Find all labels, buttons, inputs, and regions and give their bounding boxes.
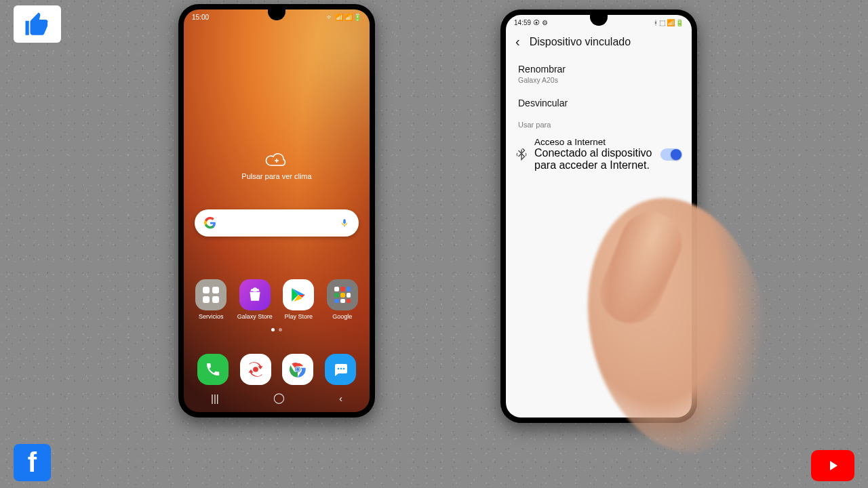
svg-rect-9 [347,287,351,291]
youtube-play-icon [825,458,841,474]
svg-rect-13 [334,299,339,303]
svg-rect-15 [347,299,351,303]
chrome-icon[interactable] [282,354,313,385]
settings-list: Renombrar Galaxy A20s Desvincular Usar p… [506,57,692,177]
status-time: 15:00 [192,14,209,21]
unpair-item[interactable]: Desvincular [506,91,692,115]
weather-label: Pulsar para ver clima [184,172,370,180]
unpair-label: Desvincular [518,98,679,108]
svg-rect-14 [340,299,345,303]
svg-rect-2 [203,287,210,293]
bluetooth-tether-icon [515,148,528,161]
app-label: Servicios [199,313,224,320]
svg-rect-11 [340,293,345,298]
app-label: Google [332,313,352,320]
nav-home-button[interactable]: ◯ [273,392,285,404]
cloud-plus-icon [263,152,290,169]
weather-widget[interactable]: Pulsar para ver clima [184,152,370,180]
status-left-icons: ⦿ ⚙ [533,19,548,26]
svg-rect-10 [334,293,339,298]
internet-access-row[interactable]: Acceso a Internet Conectado al dispositi… [506,131,692,177]
google-folder-icon [327,279,358,310]
back-button[interactable]: ‹ [515,34,520,49]
svg-rect-8 [340,287,345,291]
status-right-icons: ᯤ 📶 📶 🔋 [327,14,361,21]
play-store-icon [283,279,314,310]
facebook-letter: f [28,447,37,478]
page-indicator [184,328,370,331]
nav-back-button[interactable]: ‹ [339,392,342,404]
svg-rect-3 [212,287,219,293]
app-row: Servicios Galaxy Store Play Store [184,279,370,320]
svg-rect-4 [203,296,210,303]
rename-label: Renombrar [518,64,679,75]
mic-icon[interactable] [340,217,349,229]
app-servicios[interactable]: Servicios [191,279,231,320]
svg-point-20 [296,368,300,371]
facebook-badge: f [14,444,51,481]
app-label: Galaxy Store [237,313,273,320]
status-time: 14:59 [514,19,531,26]
svg-rect-7 [334,287,339,291]
rename-item[interactable]: Renombrar Galaxy A20s [506,57,692,91]
internet-title: Acceso a Internet [534,137,654,147]
youtube-badge [811,450,854,481]
app-play-store[interactable]: Play Store [279,279,318,320]
messages-icon[interactable] [325,354,356,385]
status-right-icons: ᚼ ⬚ 📶 🔋 [654,19,684,26]
google-search-bar[interactable] [195,209,359,237]
page-title: Dispositivo vinculado [530,36,631,48]
nav-recents-button[interactable]: ||| [211,392,219,404]
internet-subtitle: Conectado al dispositivo para acceder a … [534,147,654,171]
svg-rect-5 [212,296,219,303]
thumbs-up-badge [14,5,61,43]
svg-point-23 [342,368,344,370]
app-label: Play Store [284,313,313,320]
galaxy-store-icon [239,279,271,310]
svg-point-22 [340,368,342,370]
phone-app-icon[interactable] [197,354,229,385]
app-galaxy-store[interactable]: Galaxy Store [235,279,275,320]
left-phone: 15:00 ᯤ 📶 📶 🔋 Pulsar para ver clima [178,4,375,418]
svg-point-16 [253,367,258,372]
nav-bar: ||| ◯ ‹ [184,389,370,407]
svg-point-21 [337,368,339,370]
camera-switch-icon[interactable] [240,354,271,385]
app-google-folder[interactable]: Google [323,279,362,320]
folder-servicios-icon [195,279,226,310]
internet-toggle[interactable] [660,148,682,161]
settings-header: ‹ Dispositivo vinculado [506,30,692,58]
svg-rect-12 [347,293,351,298]
google-g-icon [204,217,216,229]
dock [184,354,370,385]
section-label: Usar para [506,115,692,131]
thumbs-up-icon [22,10,53,39]
right-phone: 14:59 ⦿ ⚙ ᚼ ⬚ 📶 🔋 ‹ Dispositivo vinculad… [500,9,697,423]
rename-subtitle: Galaxy A20s [518,76,679,84]
